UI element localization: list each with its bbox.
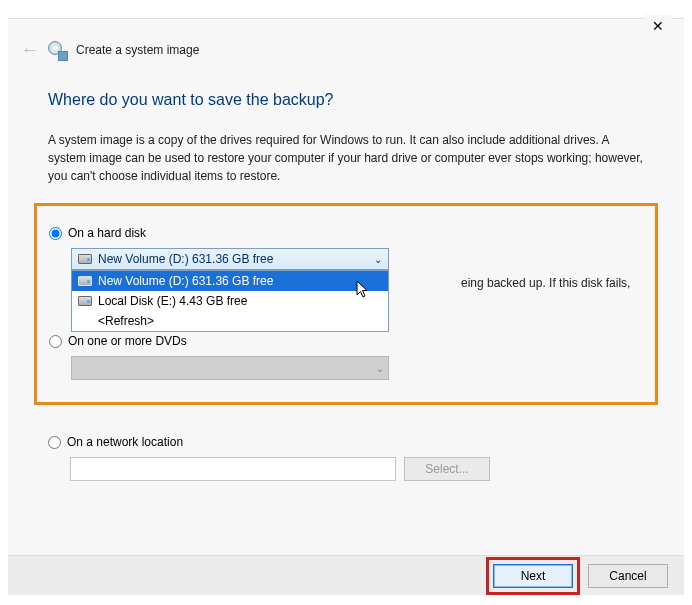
drive-icon [78,296,92,306]
chevron-down-icon: ⌄ [372,253,384,265]
disk-option-label: <Refresh> [98,314,154,328]
radio-network[interactable]: On a network location [48,435,644,449]
highlight-annotation: On a hard disk New Volume (D:) 631.36 GB… [34,203,658,405]
disk-combo-container: New Volume (D:) 631.36 GB free ⌄ New Vol… [71,248,389,270]
network-path-input[interactable] [70,457,396,481]
disk-dropdown-list: New Volume (D:) 631.36 GB free Local Dis… [71,270,389,332]
system-image-dialog: ✕ ← Create a system image Where do you w… [8,18,684,595]
radio-hard-disk-input[interactable] [49,227,62,240]
disk-option-label: New Volume (D:) 631.36 GB free [98,274,273,288]
disk-option-refresh[interactable]: <Refresh> [72,311,388,331]
close-button[interactable]: ✕ [644,15,672,37]
disk-option-new-volume[interactable]: New Volume (D:) 631.36 GB free [72,271,388,291]
chevron-down-icon: ⌄ [376,363,384,374]
page-description: A system image is a copy of the drives r… [48,131,644,185]
drive-icon [78,276,92,286]
radio-hard-disk[interactable]: On a hard disk [49,226,645,240]
network-row: Select... [70,457,644,481]
dialog-title: Create a system image [76,43,199,57]
dialog-content: Where do you want to save the backup? A … [8,91,684,481]
radio-network-label: On a network location [67,435,183,449]
radio-hard-disk-label: On a hard disk [68,226,146,240]
radio-dvd-label: On one or more DVDs [68,334,187,348]
disk-option-label: Local Disk (E:) 4.43 GB free [98,294,247,308]
disk-option-local-disk[interactable]: Local Disk (E:) 4.43 GB free [72,291,388,311]
next-button[interactable]: Next [493,564,573,588]
radio-dvd-input[interactable] [49,335,62,348]
disk-combobox-text: New Volume (D:) 631.36 GB free [98,252,273,266]
warning-text-fragment: eing backed up. If this disk fails, [461,276,630,290]
dvd-combobox: ⌄ [71,356,389,380]
back-icon[interactable]: ← [20,42,39,58]
page-heading: Where do you want to save the backup? [48,91,644,109]
dvd-section: On one or more DVDs ⌄ [47,334,645,380]
radio-dvd[interactable]: On one or more DVDs [49,334,645,348]
drive-icon [78,254,92,264]
radio-network-input[interactable] [48,436,61,449]
select-button: Select... [404,457,490,481]
cancel-button[interactable]: Cancel [588,564,668,588]
system-image-icon [48,41,66,59]
dialog-header: ← Create a system image [8,19,684,65]
network-section: On a network location Select... [46,435,644,481]
disk-combobox[interactable]: New Volume (D:) 631.36 GB free ⌄ [71,248,389,270]
dialog-footer: Next Cancel [8,555,684,595]
next-highlight-annotation: Next [486,557,580,595]
